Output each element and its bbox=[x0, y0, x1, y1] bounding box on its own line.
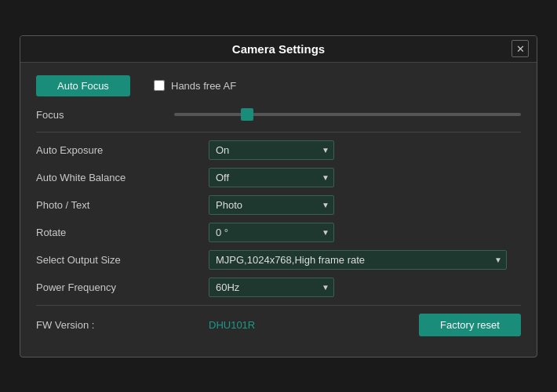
output-size-row: Select Output Size MJPG,1024x768,High fr… bbox=[36, 250, 521, 270]
auto-focus-row: Auto Focus Hands free AF bbox=[36, 75, 521, 96]
focus-slider[interactable] bbox=[174, 113, 521, 116]
auto-exposure-select-wrapper: On Off bbox=[209, 140, 334, 160]
auto-white-balance-select[interactable]: On Off bbox=[209, 168, 334, 187]
focus-row: Focus bbox=[36, 109, 521, 121]
divider-1 bbox=[36, 132, 521, 132]
photo-text-select-wrapper: Photo Text bbox=[209, 195, 334, 215]
output-size-label: Select Output Size bbox=[36, 254, 209, 266]
close-button[interactable]: ✕ bbox=[511, 40, 529, 57]
divider-2 bbox=[36, 305, 521, 306]
hands-free-option: Hands free AF bbox=[154, 80, 236, 92]
photo-text-row: Photo / Text Photo Text bbox=[36, 195, 521, 215]
rotate-label: Rotate bbox=[36, 227, 209, 238]
fw-version-row: FW Version : DHU101R Factory reset bbox=[36, 314, 521, 336]
output-size-select-wrapper: MJPG,1024x768,High frame rate MJPG,640x4… bbox=[209, 250, 507, 270]
factory-reset-button[interactable]: Factory reset bbox=[419, 314, 521, 336]
hands-free-label: Hands free AF bbox=[171, 80, 236, 92]
camera-settings-dialog: Camera Settings ✕ Auto Focus Hands free … bbox=[20, 35, 537, 358]
fw-version-label: FW Version : bbox=[36, 319, 209, 331]
auto-white-balance-row: Auto White Balance On Off bbox=[36, 168, 521, 187]
photo-text-label: Photo / Text bbox=[36, 199, 209, 211]
fw-version-value: DHU101R bbox=[209, 319, 255, 331]
dialog-title: Camera Settings bbox=[232, 42, 325, 56]
power-frequency-select-wrapper: 50Hz 60Hz bbox=[209, 278, 334, 297]
auto-exposure-label: Auto Exposure bbox=[36, 144, 209, 156]
output-size-select[interactable]: MJPG,1024x768,High frame rate MJPG,640x4… bbox=[209, 250, 507, 270]
power-frequency-select[interactable]: 50Hz 60Hz bbox=[209, 278, 334, 297]
auto-white-balance-select-wrapper: On Off bbox=[209, 168, 334, 187]
focus-label: Focus bbox=[36, 109, 162, 121]
rotate-select-wrapper: 0 ° 90 ° 180 ° 270 ° bbox=[209, 223, 334, 242]
power-frequency-label: Power Frequency bbox=[36, 281, 209, 293]
auto-exposure-select[interactable]: On Off bbox=[209, 140, 334, 160]
hands-free-checkbox[interactable] bbox=[154, 80, 165, 91]
photo-text-select[interactable]: Photo Text bbox=[209, 195, 334, 215]
auto-white-balance-label: Auto White Balance bbox=[36, 172, 209, 183]
dialog-content: Auto Focus Hands free AF Focus Auto Expo… bbox=[20, 63, 537, 357]
power-frequency-row: Power Frequency 50Hz 60Hz bbox=[36, 278, 521, 297]
rotate-row: Rotate 0 ° 90 ° 180 ° 270 ° bbox=[36, 223, 521, 242]
title-bar: Camera Settings ✕ bbox=[20, 36, 537, 63]
auto-focus-button[interactable]: Auto Focus bbox=[36, 75, 130, 96]
auto-exposure-row: Auto Exposure On Off bbox=[36, 140, 521, 160]
rotate-select[interactable]: 0 ° 90 ° 180 ° 270 ° bbox=[209, 223, 334, 242]
